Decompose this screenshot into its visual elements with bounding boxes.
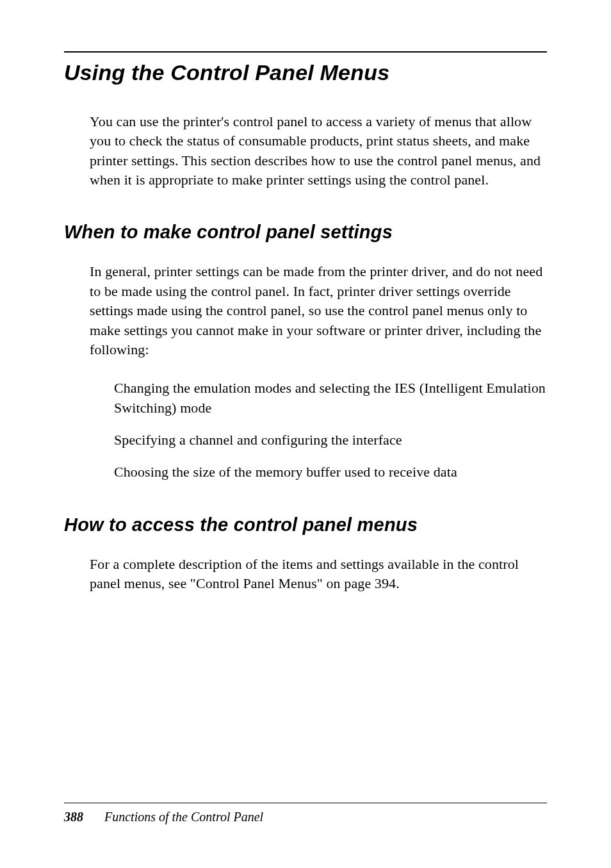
intro-paragraph: You can use the printer's control panel … xyxy=(90,112,547,190)
subheading-when: When to make control panel settings xyxy=(64,222,547,243)
when-paragraph: In general, printer settings can be made… xyxy=(90,262,547,359)
footer-section-title: Functions of the Control Panel xyxy=(104,810,263,824)
heading-rule xyxy=(64,51,547,53)
how-paragraph: For a complete description of the items … xyxy=(90,555,547,594)
main-heading: Using the Control Panel Menus xyxy=(64,60,547,85)
page-number: 388 xyxy=(64,810,83,824)
bullet-item-2: Specifying a channel and configuring the… xyxy=(114,430,547,450)
subheading-how: How to access the control panel menus xyxy=(64,514,547,536)
page-container: Using the Control Panel Menus You can us… xyxy=(0,0,611,868)
footer-rule xyxy=(64,803,547,803)
bullet-item-3: Choosing the size of the memory buffer u… xyxy=(114,463,547,482)
bullet-item-1: Changing the emulation modes and selecti… xyxy=(114,379,547,418)
footer-text-container: 388 Functions of the Control Panel xyxy=(64,810,547,824)
page-footer: 388 Functions of the Control Panel xyxy=(64,803,547,824)
